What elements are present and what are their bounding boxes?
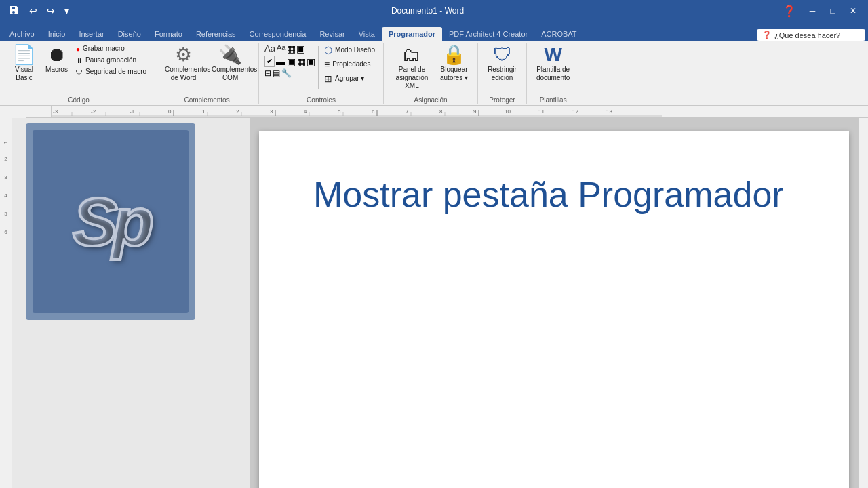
svg-text:-2: -2 — [91, 108, 96, 115]
tab-revisar[interactable]: Revisar — [313, 27, 351, 41]
modo-diseno-icon: ⬡ — [324, 45, 332, 56]
tab-programador[interactable]: Programador — [382, 27, 442, 41]
control-icon4: ▣ — [287, 56, 296, 67]
seguridad-icon: 🛡 — [76, 68, 83, 76]
svg-text:11: 11 — [538, 108, 545, 115]
vertical-ruler: 1 2 3 4 5 6 — [0, 118, 12, 488]
tab-acrobat[interactable]: ACROBAT — [534, 27, 583, 41]
layout-icons2: ▦ ▣ — [297, 56, 315, 67]
svg-text:12: 12 — [572, 108, 578, 115]
quick-access-toolbar: ↩ ↪ ▾ — [5, 3, 73, 19]
control-icon6: ▤ — [273, 68, 280, 78]
vertical-scrollbar[interactable] — [859, 118, 868, 488]
ruler-v-4: 4 — [4, 192, 7, 199]
grabar-macro-label: Grabar macro — [83, 45, 125, 53]
ruler-svg: -3 -2 -1 0 1 2 3 4 5 6 7 8 9 10 — [52, 106, 868, 117]
help-search[interactable]: ❓ ¿Qué desea hacer? — [757, 29, 865, 41]
xml-label: Panel deasignación XML — [393, 66, 431, 90]
help-search-label: ¿Qué desea hacer? — [774, 31, 840, 39]
proteger-group-label: Proteger — [489, 95, 515, 104]
svg-text:-1: -1 — [130, 108, 135, 115]
save-button[interactable] — [5, 3, 23, 19]
propiedades-button[interactable]: ≡ Propiedades — [321, 58, 378, 71]
plantilla-documento-button[interactable]: W Plantilla dedocumento — [532, 43, 574, 84]
tab-pdf-architect[interactable]: PDF Architect 4 Creator — [442, 27, 534, 41]
document-main-text: Mostrar pestaña Programador — [313, 172, 795, 218]
window-controls: ❓ ─ □ ✕ — [783, 1, 863, 20]
svg-text:7: 7 — [406, 108, 409, 115]
complementos-word-icon: ⚙ — [175, 45, 192, 64]
customize-qat-button[interactable]: ▾ — [61, 4, 73, 18]
grabar-macro-button[interactable]: ● Grabar macro — [73, 43, 149, 54]
controls-row3: ⊟ ▤ 🔧 — [264, 68, 315, 78]
asignacion-group-label: Asignación — [414, 95, 448, 104]
svg-text:-3: -3 — [53, 108, 58, 115]
document-title: Documento1 - Word — [73, 6, 783, 16]
font-size-aa-large: Aa — [264, 43, 275, 54]
tab-inicio[interactable]: Inicio — [41, 27, 73, 41]
modo-diseno-button[interactable]: ⬡ Modo Diseño — [321, 43, 378, 57]
complementos-word-button[interactable]: ⚙ Complementosde Word — [161, 43, 206, 84]
undo-button[interactable]: ↩ — [26, 4, 41, 18]
svg-text:8: 8 — [439, 108, 443, 115]
seguridad-label: Seguridad de macro — [85, 68, 146, 76]
help-search-icon: ❓ — [762, 30, 772, 39]
controls-row1: Aa Aa ▦ ▣ — [264, 43, 315, 54]
complementos-word-label: Complementosde Word — [165, 66, 202, 82]
macros-icon: ⏺ — [47, 45, 66, 64]
tab-correspondencia[interactable]: Correspondencia — [243, 27, 313, 41]
modo-diseno-label: Modo Diseño — [335, 46, 375, 54]
close-button[interactable]: ✕ — [844, 1, 863, 20]
svg-text:0: 0 — [168, 108, 172, 115]
restringir-label: Restringiredición — [488, 66, 517, 82]
tab-formato[interactable]: Formato — [148, 27, 189, 41]
ribbon-group-proteger: 🛡 Restringiredición Proteger — [478, 43, 527, 104]
maximize-button[interactable]: □ — [823, 1, 842, 20]
seguridad-macro-button[interactable]: 🛡 Seguridad de macro — [73, 66, 149, 77]
shield-icon: 🛡 — [493, 45, 512, 64]
document-area[interactable]: Mostrar pestaña Programador — [250, 118, 859, 488]
tab-insertar[interactable]: Insertar — [72, 27, 111, 41]
tab-referencias[interactable]: Referencias — [189, 27, 243, 41]
svg-text:1: 1 — [202, 108, 205, 115]
macros-button[interactable]: ⏺ Macros — [41, 43, 72, 76]
ruler-v-6: 6 — [4, 229, 7, 235]
macro-small-buttons: ● Grabar macro ⏸ Pausa grabación 🛡 Segur… — [73, 43, 149, 77]
ribbon-group-asignacion: 🗂 Panel deasignación XML 🔒 Bloquearautor… — [384, 43, 478, 104]
tab-diseno[interactable]: Diseño — [111, 27, 148, 41]
agrupar-button[interactable]: ⊞ Agrupar ▾ — [321, 72, 378, 85]
layout-icon4: ▣ — [307, 56, 315, 67]
complementos-group-label: Complementos — [184, 95, 229, 104]
propiedades-label: Propiedades — [332, 60, 370, 68]
ruler-v-3: 3 — [4, 174, 7, 180]
layout-icon1: ▦ — [287, 43, 296, 54]
restringir-edicion-button[interactable]: 🛡 Restringiredición — [484, 43, 521, 84]
ribbon-group-complementos: ⚙ Complementosde Word 🔌 ComplementosCOM … — [155, 43, 259, 104]
redo-button[interactable]: ↪ — [43, 4, 58, 18]
font-size-aa-small: Aa — [277, 43, 285, 54]
ribbon: 📄 VisualBasic ⏺ Macros ● Grabar macro ⏸ … — [0, 41, 868, 106]
controls-grid: Aa Aa ▦ ▣ ✔ ▬ ▣ ▦ ▣ ⊟ — [264, 43, 315, 78]
pausa-grabacion-button[interactable]: ⏸ Pausa grabación — [73, 55, 149, 66]
tab-archivo[interactable]: Archivo — [3, 27, 41, 41]
svg-text:5: 5 — [338, 108, 341, 115]
tab-vista[interactable]: Vista — [352, 27, 382, 41]
svg-text:9: 9 — [473, 108, 477, 115]
codigo-group-label: Código — [68, 95, 90, 104]
svg-text:2: 2 — [236, 108, 239, 115]
visual-basic-button[interactable]: 📄 VisualBasic — [8, 43, 40, 84]
svg-text:3: 3 — [270, 108, 273, 115]
minimize-button[interactable]: ─ — [803, 1, 822, 20]
ruler-v-label: 1 — [3, 141, 9, 144]
ribbon-group-controles: Aa Aa ▦ ▣ ✔ ▬ ▣ ▦ ▣ ⊟ — [259, 43, 384, 104]
layout-icons: ▦ ▣ — [287, 43, 305, 54]
controles-group-label: Controles — [307, 95, 336, 104]
layout-icon2: ▣ — [296, 43, 305, 54]
bloquear-autores-button[interactable]: 🔒 Bloquearautores ▾ — [436, 43, 472, 84]
pausa-label: Pausa grabación — [85, 56, 136, 64]
sp-logo: Sp — [73, 188, 149, 256]
codigo-items: 📄 VisualBasic ⏺ Macros ● Grabar macro ⏸ … — [8, 43, 149, 95]
complementos-com-button[interactable]: 🔌 ComplementosCOM — [208, 43, 253, 84]
panel-asignacion-xml-button[interactable]: 🗂 Panel deasignación XML — [389, 43, 435, 92]
asignacion-items: 🗂 Panel deasignación XML 🔒 Bloquearautor… — [389, 43, 472, 95]
